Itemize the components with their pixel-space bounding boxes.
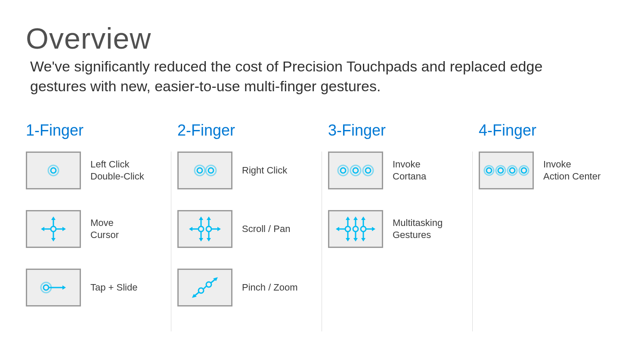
svg-point-40 bbox=[341, 168, 346, 173]
gesture-label: Right Click bbox=[242, 164, 287, 176]
svg-point-68 bbox=[496, 166, 505, 175]
three-tap-icon bbox=[333, 160, 378, 181]
tap-slide-icon bbox=[34, 277, 73, 298]
gesture-label: InvokeCortana bbox=[393, 158, 426, 182]
column-divider bbox=[472, 152, 473, 331]
scroll-pan-icon bbox=[186, 213, 224, 245]
column-divider bbox=[322, 152, 322, 331]
gesture-row: Scroll / Pan bbox=[177, 210, 315, 248]
gesture-label: Scroll / Pan bbox=[242, 223, 291, 235]
svg-marker-54 bbox=[353, 217, 358, 220]
pinch-zoom-icon bbox=[186, 272, 224, 303]
svg-point-47 bbox=[353, 226, 358, 232]
svg-marker-58 bbox=[361, 217, 365, 220]
svg-point-42 bbox=[353, 168, 358, 173]
svg-point-20 bbox=[206, 226, 211, 232]
gesture-label: MultitaskingGestures bbox=[393, 217, 443, 241]
svg-marker-26 bbox=[207, 217, 211, 220]
svg-point-41 bbox=[338, 165, 348, 176]
svg-marker-60 bbox=[361, 238, 365, 241]
svg-marker-6 bbox=[51, 238, 56, 241]
svg-point-17 bbox=[208, 168, 214, 173]
gesture-tile-4tap bbox=[479, 152, 534, 189]
svg-point-69 bbox=[510, 168, 515, 173]
svg-point-19 bbox=[198, 226, 204, 232]
svg-marker-10 bbox=[62, 227, 66, 231]
svg-point-43 bbox=[350, 165, 361, 176]
gesture-tile-1tap bbox=[26, 152, 81, 189]
multitask-icon bbox=[332, 213, 379, 245]
svg-point-46 bbox=[345, 226, 350, 232]
svg-point-65 bbox=[486, 168, 492, 173]
svg-marker-22 bbox=[199, 217, 203, 220]
svg-point-66 bbox=[484, 166, 494, 175]
svg-marker-30 bbox=[189, 227, 192, 231]
gesture-row: InvokeCortana bbox=[328, 152, 466, 189]
gesture-label: MoveCursor bbox=[90, 217, 119, 241]
column-2finger: 2-Finger Right Click bbox=[177, 121, 328, 327]
svg-marker-56 bbox=[353, 238, 358, 241]
column-3finger: 3-Finger InvokeCortana bbox=[328, 121, 479, 327]
gesture-row: Left ClickDouble-Click bbox=[26, 152, 164, 189]
svg-point-67 bbox=[498, 168, 503, 173]
gesture-row: MultitaskingGestures bbox=[328, 210, 466, 248]
gesture-row: Right Click bbox=[177, 152, 315, 189]
gesture-row: MoveCursor bbox=[26, 210, 164, 248]
column-heading: 2-Finger bbox=[177, 121, 315, 139]
svg-marker-4 bbox=[51, 217, 56, 220]
svg-point-18 bbox=[206, 165, 216, 176]
svg-point-71 bbox=[521, 168, 526, 173]
svg-point-45 bbox=[363, 165, 373, 176]
svg-marker-64 bbox=[372, 227, 375, 231]
column-heading: 4-Finger bbox=[479, 121, 621, 139]
column-1finger: 1-Finger Left ClickDouble-Click bbox=[26, 121, 177, 327]
svg-point-34 bbox=[206, 282, 211, 287]
two-tap-icon bbox=[188, 160, 222, 181]
svg-marker-28 bbox=[207, 238, 211, 241]
svg-point-48 bbox=[361, 226, 366, 232]
column-4finger: 4-Finger InvokeAction Center bbox=[479, 121, 634, 327]
gesture-tile-3tap bbox=[328, 152, 383, 189]
svg-point-33 bbox=[198, 288, 204, 293]
svg-marker-14 bbox=[62, 285, 66, 290]
svg-marker-62 bbox=[336, 227, 339, 231]
svg-marker-52 bbox=[346, 238, 350, 241]
gesture-tile-pinch bbox=[177, 269, 232, 306]
page-subtitle: We've significantly reduced the cost of … bbox=[30, 57, 590, 96]
gesture-tile-2tap bbox=[177, 152, 232, 189]
single-tap-icon bbox=[43, 160, 64, 181]
page-title: Overview bbox=[26, 22, 618, 55]
four-tap-icon bbox=[480, 160, 532, 181]
gesture-row: Pinch / Zoom bbox=[177, 269, 315, 306]
columns-container: 1-Finger Left ClickDouble-Click bbox=[26, 121, 618, 327]
svg-point-44 bbox=[365, 168, 371, 173]
svg-marker-24 bbox=[199, 238, 203, 241]
svg-point-0 bbox=[51, 168, 56, 173]
svg-point-70 bbox=[508, 166, 517, 175]
svg-marker-32 bbox=[217, 227, 221, 231]
gesture-tile-move bbox=[26, 210, 81, 248]
slide: Overview We've significantly reduced the… bbox=[0, 0, 644, 340]
gesture-tile-scroll bbox=[177, 210, 232, 248]
svg-point-11 bbox=[43, 285, 49, 290]
svg-marker-8 bbox=[41, 227, 44, 231]
svg-point-72 bbox=[519, 166, 529, 175]
svg-point-15 bbox=[197, 168, 202, 173]
move-cursor-icon bbox=[38, 214, 68, 244]
gesture-tile-multitask bbox=[328, 210, 383, 248]
column-heading: 3-Finger bbox=[328, 121, 466, 139]
svg-point-16 bbox=[195, 165, 205, 176]
gesture-label: Tap + Slide bbox=[90, 282, 137, 294]
column-heading: 1-Finger bbox=[26, 121, 164, 139]
gesture-row: InvokeAction Center bbox=[479, 152, 621, 189]
svg-point-1 bbox=[48, 165, 59, 176]
column-divider bbox=[171, 152, 171, 331]
svg-marker-50 bbox=[346, 217, 350, 220]
gesture-tile-tapslide bbox=[26, 269, 81, 306]
gesture-row: Tap + Slide bbox=[26, 269, 164, 306]
svg-line-35 bbox=[204, 286, 206, 289]
gesture-label: InvokeAction Center bbox=[543, 158, 601, 182]
gesture-label: Left ClickDouble-Click bbox=[90, 158, 144, 182]
svg-point-2 bbox=[51, 226, 56, 232]
gesture-label: Pinch / Zoom bbox=[242, 282, 298, 294]
